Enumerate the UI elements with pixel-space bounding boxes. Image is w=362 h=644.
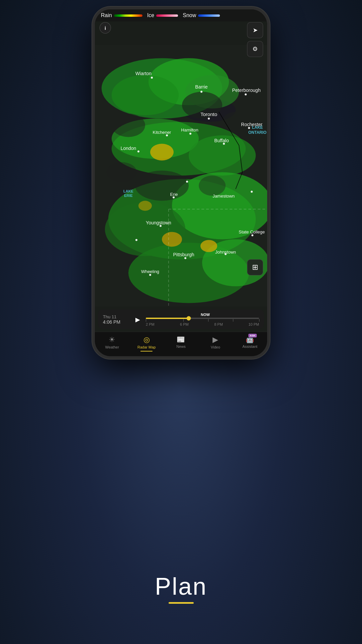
play-button[interactable]: ▶: [132, 314, 143, 325]
svg-point-4: [112, 75, 179, 115]
svg-point-28: [245, 94, 247, 96]
svg-text:Youngstown: Youngstown: [146, 220, 171, 225]
svg-text:Kitchener: Kitchener: [153, 130, 172, 135]
svg-text:Hamilton: Hamilton: [181, 127, 198, 132]
nav-item-radar[interactable]: ◎ Radar Map: [129, 335, 164, 352]
svg-text:London: London: [121, 146, 136, 151]
play-icon: ▶: [135, 316, 140, 323]
svg-text:Barrie: Barrie: [195, 84, 208, 90]
news-icon: 📰: [177, 335, 185, 343]
legend-bar: Rain Ice Snow: [95, 9, 267, 21]
snow-label: Snow: [183, 12, 196, 18]
ask-badge: ASK: [248, 334, 257, 337]
svg-point-14: [150, 144, 174, 161]
time-label: 4:06 PM: [103, 319, 130, 325]
nav-item-assistant[interactable]: 🤖 ASK Assistant: [233, 335, 267, 348]
timeline-thumb[interactable]: [187, 316, 191, 321]
ice-legend: Ice: [147, 12, 178, 18]
svg-text:Wiarton: Wiarton: [135, 71, 152, 76]
nav-item-video[interactable]: ▶ Video: [198, 335, 233, 349]
svg-point-22: [199, 176, 226, 196]
svg-point-35: [186, 181, 188, 183]
assistant-label: Assistant: [242, 344, 257, 348]
plan-title: Plan: [155, 573, 207, 600]
svg-text:Pittsburgh: Pittsburgh: [173, 252, 194, 257]
layers-icon: ⊞: [252, 263, 258, 272]
news-label: News: [176, 344, 186, 348]
svg-text:Peterborough: Peterborough: [232, 88, 261, 93]
video-label: Video: [211, 345, 220, 349]
time-marker-2: 6 PM: [180, 322, 189, 326]
plan-section: Plan: [155, 573, 207, 604]
bottom-nav: ☀ Weather ◎ Radar Map 📰 News: [95, 332, 267, 356]
timeline-slider-area[interactable]: NOW: [146, 313, 259, 326]
rain-legend: Rain: [101, 12, 142, 18]
radar-active-indicator: [140, 351, 153, 352]
svg-text:Toronto: Toronto: [200, 111, 217, 117]
svg-point-16: [200, 240, 217, 252]
side-button: [268, 83, 269, 103]
svg-point-33: [137, 151, 139, 153]
time-markers: 2 PM 6 PM 8 PM 10 PM: [146, 322, 259, 326]
now-label: NOW: [152, 313, 259, 317]
layers-button[interactable]: ⊞: [247, 259, 263, 275]
svg-point-39: [251, 234, 253, 236]
settings-icon: ⚙: [252, 45, 258, 53]
svg-text:Jamestown: Jamestown: [213, 194, 235, 199]
svg-text:Wheeling: Wheeling: [141, 269, 159, 274]
info-button[interactable]: i: [100, 22, 111, 34]
radar-icon: ◎: [143, 335, 150, 344]
date-label: Thu 11: [103, 314, 130, 319]
svg-point-32: [248, 127, 250, 129]
svg-point-20: [112, 114, 145, 137]
svg-point-41: [184, 257, 186, 259]
location-icon: ➤: [253, 26, 258, 34]
time-marker-1: 2 PM: [146, 322, 155, 326]
location-button[interactable]: ➤: [247, 22, 263, 38]
svg-point-29: [208, 118, 210, 120]
map-nav-buttons: ➤ ⚙: [247, 22, 263, 57]
map-area[interactable]: Wiarton Barrie Peterborough Toronto LAKE…: [95, 9, 267, 332]
rain-label: Rain: [101, 12, 112, 18]
svg-point-27: [200, 91, 202, 93]
svg-text:Buffalo: Buffalo: [214, 138, 229, 143]
svg-text:ERIE: ERIE: [124, 194, 133, 198]
svg-text:Johnstown: Johnstown: [215, 250, 236, 255]
svg-point-26: [151, 77, 153, 79]
svg-point-40: [135, 239, 137, 241]
svg-text:State College: State College: [239, 229, 265, 234]
settings-button[interactable]: ⚙: [247, 41, 263, 57]
svg-text:Erie: Erie: [170, 192, 178, 197]
ice-label: Ice: [147, 12, 154, 18]
time-display: Thu 11 4:06 PM: [103, 314, 130, 325]
time-marker-3: 8 PM: [214, 322, 223, 326]
svg-point-23: [107, 162, 137, 182]
phone-screen: Rain Ice Snow: [95, 9, 267, 356]
svg-point-36: [251, 191, 253, 193]
svg-point-17: [138, 201, 152, 211]
nav-item-news[interactable]: 📰 News: [164, 335, 198, 348]
svg-point-15: [162, 232, 182, 247]
snow-legend: Snow: [183, 12, 220, 18]
weather-label: Weather: [105, 345, 119, 349]
timeline-fill: [146, 318, 189, 319]
svg-text:Rochester: Rochester: [241, 122, 262, 127]
side-button-2: [268, 110, 269, 130]
nav-item-weather[interactable]: ☀ Weather: [95, 335, 129, 349]
info-icon: i: [105, 25, 106, 31]
time-marker-4: 10 PM: [248, 322, 259, 326]
svg-text:ONTARIO: ONTARIO: [248, 130, 266, 135]
svg-text:LAKE: LAKE: [123, 189, 133, 193]
snow-gradient: [198, 14, 220, 17]
ice-gradient: [156, 14, 178, 17]
svg-point-31: [189, 133, 191, 135]
svg-point-21: [135, 171, 189, 201]
radar-label: Radar Map: [137, 345, 156, 349]
plan-underline: [168, 602, 193, 604]
timeline-control: Thu 11 4:06 PM ▶ NOW: [98, 309, 264, 329]
svg-point-43: [149, 274, 151, 276]
weather-icon: ☀: [109, 335, 115, 344]
radar-map-svg: Wiarton Barrie Peterborough Toronto LAKE…: [95, 19, 267, 332]
timeline-track[interactable]: [146, 318, 259, 319]
rain-gradient: [114, 14, 142, 17]
